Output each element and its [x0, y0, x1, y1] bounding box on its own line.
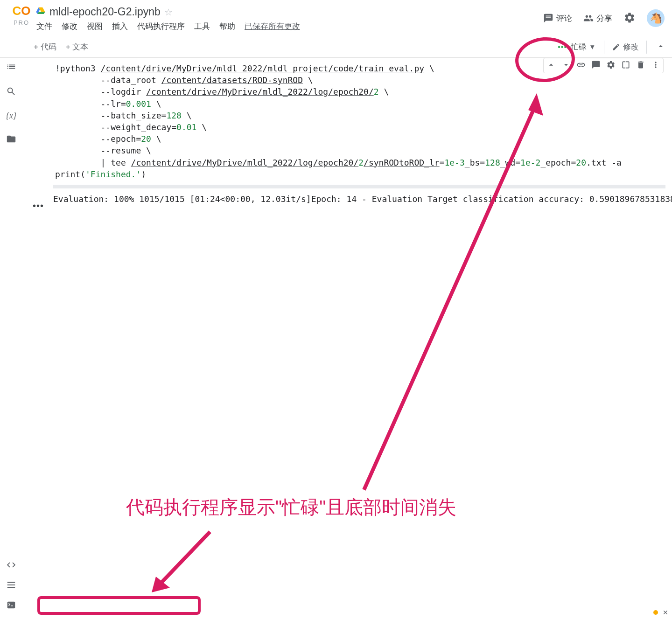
file-title[interactable]: mldl-epoch20-G2.ipynb	[49, 6, 161, 18]
terminal-icon[interactable]	[6, 600, 16, 612]
menu-insert[interactable]: 插入	[112, 21, 128, 32]
chevron-down-icon: ▾	[590, 42, 595, 52]
menu-bar: 文件 修改 视图 插入 代码执行程序 工具 帮助 已保存所有更改	[35, 21, 543, 32]
output-more-icon[interactable]: •••	[33, 201, 44, 211]
more-vert-icon[interactable]	[651, 60, 660, 71]
toolbar: + 代码 + 文本 ••• 忙碌 ▾ 修改	[0, 36, 672, 58]
menu-tools[interactable]: 工具	[194, 21, 210, 32]
runtime-status-button[interactable]: ••• 忙碌 ▾	[551, 39, 601, 56]
colab-logo-icon: CO	[12, 4, 30, 18]
separator	[604, 41, 604, 54]
pro-label: PRO	[14, 19, 29, 26]
share-button[interactable]: 分享	[583, 13, 612, 24]
drive-icon[interactable]	[35, 6, 46, 18]
menu-help[interactable]: 帮助	[219, 21, 235, 32]
settings-icon[interactable]	[623, 12, 636, 25]
status-label: 忙碌	[571, 42, 587, 52]
menu-file[interactable]: 文件	[36, 21, 52, 32]
comment-button[interactable]: 评论	[543, 13, 572, 24]
add-buttons: + 代码 + 文本	[22, 42, 88, 52]
close-icon[interactable]: ✕	[663, 609, 668, 616]
folder-icon[interactable]	[6, 134, 16, 146]
save-status[interactable]: 已保存所有更改	[245, 21, 300, 32]
mirror-cell-icon[interactable]	[621, 60, 630, 71]
avatar[interactable]: 🐴	[647, 9, 665, 27]
move-down-icon[interactable]	[561, 60, 571, 71]
main-area: !python3 /content/drive/MyDrive/mldl_202…	[22, 58, 672, 619]
comment-label: 评论	[556, 13, 572, 24]
output-cell: Evaluation: 100% 1015/1015 [01:24<00:00,…	[33, 188, 672, 209]
menu-view[interactable]: 视图	[87, 21, 103, 32]
title-menu-area: mldl-epoch20-G2.ipynb ☆ 文件 修改 视图 插入 代码执行…	[35, 4, 543, 32]
variables-icon[interactable]: {x}	[6, 111, 16, 121]
star-icon[interactable]: ☆	[164, 7, 173, 18]
add-code-button[interactable]: + 代码	[34, 42, 56, 52]
comment-cell-icon[interactable]	[591, 60, 601, 71]
collapse-button[interactable]	[650, 42, 672, 52]
edit-button[interactable]: 修改	[607, 42, 644, 52]
header-right: 评论 分享 🐴	[543, 4, 665, 27]
code-cell-wrap: !python3 /content/drive/MyDrive/mldl_202…	[22, 58, 672, 209]
menu-edit[interactable]: 修改	[62, 21, 77, 32]
command-palette-icon[interactable]	[6, 580, 16, 591]
separator	[646, 41, 647, 54]
cell-toolbar	[543, 58, 664, 73]
bottom-status: ✕	[653, 609, 668, 616]
status-dot-icon	[653, 610, 658, 615]
menu-runtime[interactable]: 代码执行程序	[137, 21, 185, 32]
edit-label: 修改	[623, 42, 639, 52]
title-row: mldl-epoch20-G2.ipynb ☆	[35, 6, 543, 18]
code-snippet-icon[interactable]	[6, 560, 16, 571]
delete-cell-icon[interactable]	[636, 60, 645, 71]
busy-dots-icon: •••	[558, 43, 567, 51]
link-icon[interactable]	[576, 60, 586, 71]
move-up-icon[interactable]	[546, 60, 556, 71]
toc-icon[interactable]	[6, 62, 16, 73]
cell-resize-bar[interactable]	[53, 185, 665, 188]
header: CO PRO mldl-epoch20-G2.ipynb ☆ 文件 修改 视图 …	[0, 0, 672, 36]
svg-rect-0	[7, 602, 15, 609]
colab-logo[interactable]: CO PRO	[7, 4, 35, 26]
add-text-button[interactable]: + 文本	[66, 42, 89, 52]
code-cell[interactable]: !python3 /content/drive/MyDrive/mldl_202…	[33, 58, 672, 185]
settings-cell-icon[interactable]	[606, 60, 616, 71]
left-rail: {x}	[0, 36, 22, 619]
share-label: 分享	[596, 13, 612, 24]
search-icon[interactable]	[6, 86, 16, 98]
